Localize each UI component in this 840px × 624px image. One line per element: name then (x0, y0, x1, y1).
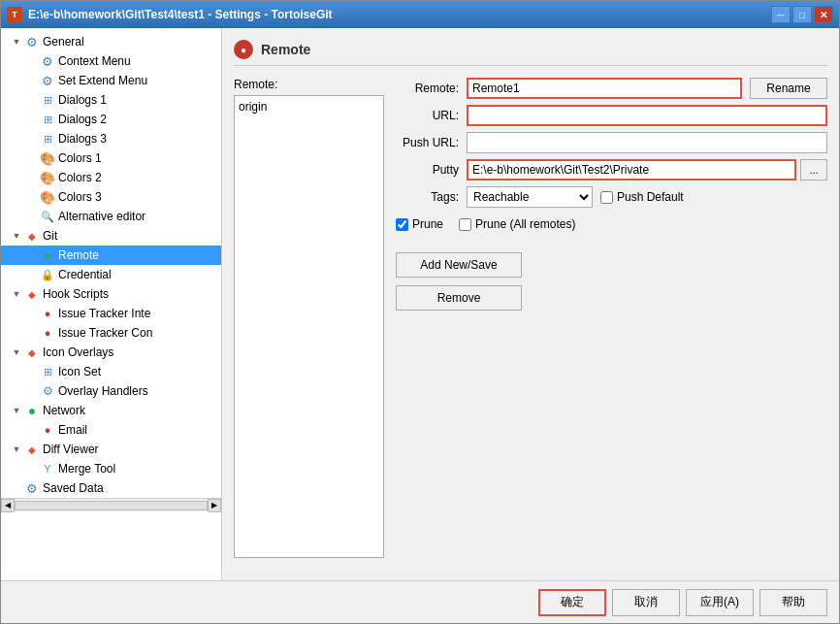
help-button[interactable]: 帮助 (759, 589, 827, 616)
tags-select[interactable]: Reachable All None (467, 186, 593, 208)
remote-list-item-origin[interactable]: origin (239, 100, 379, 114)
blue-icon-alt: 🔍 (40, 209, 55, 224)
sidebar-label-overlay-handlers: Overlay Handlers (58, 384, 148, 398)
close-button[interactable]: ✕ (814, 6, 833, 23)
sidebar-item-set-extend-menu[interactable]: ⚙ Set Extend Menu (1, 71, 221, 90)
sidebar-item-icon-set[interactable]: ⊞ Icon Set (1, 362, 221, 381)
cancel-button[interactable]: 取消 (612, 589, 680, 616)
sidebar-label-alt: Alternative editor (58, 210, 145, 223)
sidebar-label-colors1: Colors 1 (58, 151, 102, 165)
main-window: T E:\e-b\homework\Git\Test4\test1 - Sett… (0, 0, 840, 624)
sidebar-item-credential[interactable]: 🔒 Credential (1, 265, 221, 284)
window-title: E:\e-b\homework\Git\Test4\test1 - Settin… (28, 8, 333, 21)
sidebar-item-colors2[interactable]: 🎨 Colors 2 (1, 168, 221, 187)
sidebar-item-dialogs2[interactable]: ⊞ Dialogs 2 (1, 110, 221, 129)
putty-input-row: ... (467, 159, 827, 181)
blue-icon-d2: ⊞ (40, 112, 55, 127)
sidebar-item-hook-scripts[interactable]: ▼ ◆ Hook Scripts (1, 284, 221, 304)
sidebar-label-merge: Merge Tool (58, 462, 115, 476)
sidebar-item-icon-overlays[interactable]: ▼ ◆ Icon Overlays (1, 343, 221, 362)
prune-item: Prune (396, 217, 443, 231)
gear-icon-context: ⚙ (40, 53, 55, 69)
red-circle-icon-iti: ● (40, 306, 55, 321)
gear-icon-saved: ⚙ (24, 480, 40, 496)
diamond-icon-hook: ◆ (24, 286, 40, 302)
expand-diff[interactable]: ▼ (9, 442, 24, 457)
maximize-button[interactable]: □ (792, 6, 812, 23)
sidebar-label-colors3: Colors 3 (58, 190, 102, 204)
y-icon-merge: Y (40, 461, 55, 476)
confirm-button[interactable]: 确定 (538, 589, 606, 616)
sidebar-item-network[interactable]: ▼ ● Network (1, 401, 221, 420)
prune-checkbox[interactable] (396, 218, 408, 231)
expand-icon-overlays[interactable]: ▼ (9, 345, 24, 360)
prune-label: Prune (412, 217, 443, 231)
rename-button[interactable]: Rename (750, 78, 827, 99)
putty-input[interactable] (467, 159, 796, 181)
remove-button[interactable]: Remove (396, 285, 522, 311)
sidebar-item-merge-tool[interactable]: Y Merge Tool (1, 459, 221, 478)
putty-field-row: Putty ... (396, 159, 827, 181)
sidebar-label-email: Email (58, 423, 87, 437)
actions-area: Add New/Save Remove (396, 252, 827, 311)
expand-network[interactable]: ▼ (9, 403, 24, 418)
green-circle-icon-remote: ● (40, 247, 55, 263)
sidebar-item-dialogs1[interactable]: ⊞ Dialogs 1 (1, 90, 221, 110)
sidebar-item-git[interactable]: ▼ ◆ Git (1, 226, 221, 246)
sidebar-item-context-menu[interactable]: ⚙ Context Menu (1, 51, 221, 71)
blue-icon-d3: ⊞ (40, 131, 55, 147)
url-field-label: URL: (396, 109, 459, 122)
push-default-checkbox[interactable] (600, 191, 613, 204)
prune-all-checkbox[interactable] (459, 218, 471, 231)
sidebar-item-overlay-handlers[interactable]: ⚙ Overlay Handlers (1, 381, 221, 401)
title-bar-left: T E:\e-b\homework\Git\Test4\test1 - Sett… (7, 7, 333, 22)
panel-header: ● Remote (234, 40, 827, 66)
minimize-button[interactable]: ─ (771, 6, 791, 23)
push-url-field-label: Push URL: (396, 136, 459, 149)
red-circle-icon-itc: ● (40, 325, 55, 341)
sidebar-label-icon-set: Icon Set (58, 365, 101, 378)
prune-row: Prune Prune (All remotes) (396, 217, 827, 231)
scroll-left-btn[interactable]: ◀ (1, 499, 15, 512)
tags-field-row: Tags: Reachable All None Push Default (396, 186, 827, 208)
remote-list-label: Remote: (234, 78, 384, 91)
sidebar-label-credential: Credential (58, 268, 112, 281)
panel-title: Remote (261, 42, 310, 57)
gear-icon: ⚙ (24, 34, 40, 49)
sidebar-item-email[interactable]: ● Email (1, 420, 221, 440)
spin-icon-overlay: ⚙ (40, 383, 55, 399)
green-circle-icon-network: ● (24, 403, 40, 418)
sidebar-label-saved: Saved Data (43, 481, 104, 495)
title-controls: ─ □ ✕ (771, 6, 833, 23)
red-icon-c2: 🎨 (40, 170, 55, 185)
add-new-save-button[interactable]: Add New/Save (396, 252, 522, 278)
push-url-input[interactable] (467, 132, 827, 153)
sidebar-item-remote[interactable]: ● Remote (1, 246, 221, 265)
sidebar-item-diff-viewer[interactable]: ▼ ◆ Diff Viewer (1, 440, 221, 459)
red-circle-icon-email: ● (40, 422, 55, 438)
sidebar-item-colors3[interactable]: 🎨 Colors 3 (1, 187, 221, 207)
sidebar-label-remote: Remote (58, 248, 99, 262)
remote-field-label: Remote: (396, 82, 459, 95)
sidebar-item-alt-editor[interactable]: 🔍 Alternative editor (1, 207, 221, 226)
apply-button[interactable]: 应用(A) (686, 589, 754, 616)
diamond-icon-git: ◆ (24, 228, 40, 244)
gear-icon-extend: ⚙ (40, 73, 55, 88)
sidebar-item-saved-data[interactable]: ⚙ Saved Data (1, 478, 221, 498)
sidebar-item-colors1[interactable]: 🎨 Colors 1 (1, 148, 221, 168)
push-url-field-row: Push URL: (396, 132, 827, 153)
prune-all-label: Prune (All remotes) (475, 217, 575, 231)
remote-input[interactable] (467, 78, 742, 99)
sidebar-item-general[interactable]: ▼ ⚙ General (1, 32, 221, 51)
url-input[interactable] (467, 105, 827, 126)
scroll-right-btn[interactable]: ▶ (208, 499, 221, 512)
red-icon-c1: 🎨 (40, 150, 55, 166)
putty-browse-button[interactable]: ... (800, 159, 827, 181)
expand-hook[interactable]: ▼ (9, 286, 24, 302)
sidebar-item-issue-tracker-con[interactable]: ● Issue Tracker Con (1, 323, 221, 343)
remote-listbox[interactable]: origin (234, 95, 384, 558)
expand-git[interactable]: ▼ (9, 228, 24, 244)
sidebar-item-issue-tracker-int[interactable]: ● Issue Tracker Inte (1, 304, 221, 323)
sidebar-item-dialogs3[interactable]: ⊞ Dialogs 3 (1, 129, 221, 148)
expand-general[interactable]: ▼ (9, 34, 24, 49)
